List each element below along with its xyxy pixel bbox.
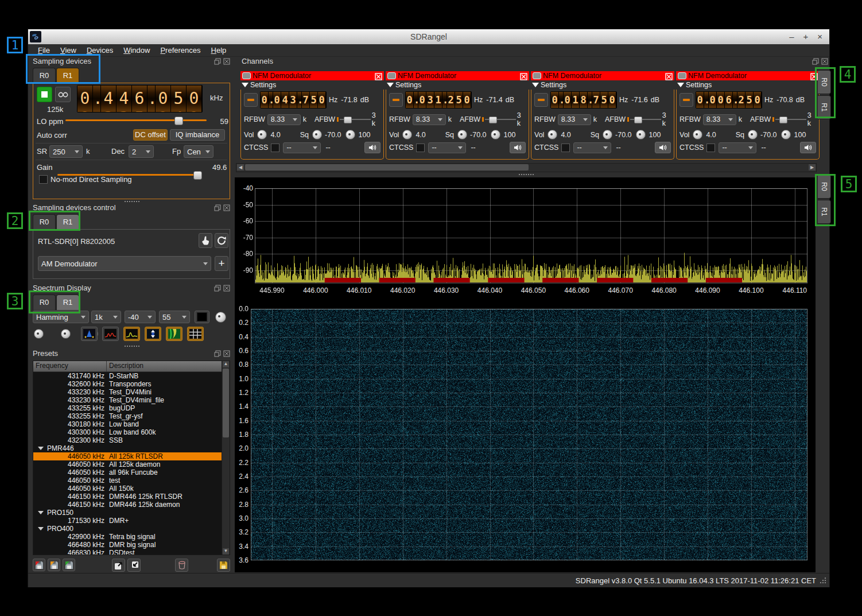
device-select-hand-icon[interactable] <box>199 233 212 248</box>
close-icon[interactable] <box>223 350 230 357</box>
channel-frequency-dial[interactable]: 109.109109765.321654109 <box>696 91 762 109</box>
preset-row[interactable]: 466830 kHzDSDtest <box>33 549 230 555</box>
squelch-knob[interactable] <box>457 130 467 140</box>
spectrum-line-icon[interactable] <box>123 327 140 341</box>
preset-row[interactable]: 446050 kHzAll 125k RTLSDR <box>33 452 230 460</box>
volume-knob[interactable] <box>548 130 557 140</box>
audio-mute-button[interactable] <box>800 142 816 153</box>
undock-icon[interactable] <box>214 350 221 357</box>
afbw-slider[interactable] <box>337 115 371 123</box>
preset-row[interactable]: 433230 kHzTest_DV4Mini <box>33 388 230 396</box>
channel-drag-handle[interactable] <box>678 72 686 79</box>
channel-settings-toggle[interactable]: Settings <box>386 80 529 90</box>
ctcss-select[interactable]: -- <box>719 142 756 153</box>
frequency-shift-button[interactable] <box>679 93 693 107</box>
start-stop-button[interactable] <box>37 87 52 102</box>
preset-group-row[interactable]: PRO150 <box>33 509 230 517</box>
preset-row[interactable]: 430300 kHzLow band 600k <box>33 428 230 436</box>
sample-rate-select[interactable]: 250 <box>49 145 83 158</box>
menu-item-help[interactable]: Help <box>206 45 232 56</box>
scroll-up-arrow[interactable]: ▲ <box>223 361 229 367</box>
preset-row[interactable]: 433255 kHzTest_gr-ysf <box>33 412 230 420</box>
menu-item-window[interactable]: Window <box>118 45 155 56</box>
center-frequency-dial[interactable]: 109.543543765.109654109 <box>77 85 203 113</box>
scroll-down-arrow[interactable]: ▼ <box>223 548 229 555</box>
preset-row[interactable]: 433255 kHzbugUDP <box>33 404 230 412</box>
preset-group-row[interactable]: PRO400 <box>33 525 230 533</box>
afbw-slider[interactable] <box>772 115 806 123</box>
preset-row[interactable]: 171530 kHzDMR+ <box>33 517 230 525</box>
averaging-knob[interactable] <box>215 312 226 323</box>
trash-icon[interactable] <box>175 559 188 572</box>
folder-icon[interactable] <box>217 559 230 572</box>
channel-settings-toggle[interactable]: Settings <box>240 80 384 90</box>
undock-icon[interactable] <box>812 58 819 65</box>
preset-row[interactable]: 432300 kHzSSB <box>33 436 230 444</box>
resize-grip[interactable] <box>820 577 827 584</box>
scroll-right-arrow[interactable]: ▶ <box>809 164 816 171</box>
ctcss-select[interactable]: -- <box>428 142 466 153</box>
preset-row[interactable]: 446050 kHzall 96k Funcube <box>33 468 230 476</box>
squelch-knob[interactable] <box>748 130 758 140</box>
channel-title-bar[interactable]: NFM Demodulator <box>676 71 820 80</box>
ctcss-checkbox[interactable] <box>706 144 715 152</box>
preset-row[interactable]: 430180 kHzLow band <box>33 420 230 428</box>
maximize-button[interactable]: + <box>803 29 808 44</box>
refresh-icon[interactable] <box>215 233 228 248</box>
diskette-green-icon[interactable] <box>63 559 75 571</box>
channel-type-select[interactable]: AM Demodulator <box>38 256 211 271</box>
decay-button[interactable] <box>195 311 209 323</box>
frequency-shift-button[interactable] <box>244 93 258 107</box>
close-icon[interactable] <box>223 58 230 65</box>
close-icon[interactable] <box>520 72 527 80</box>
column-header-description[interactable]: Description <box>107 361 222 371</box>
volume-knob[interactable] <box>693 130 702 140</box>
iq-imbalance-button[interactable]: IQ imbalance <box>170 129 225 141</box>
splitter-handle[interactable] <box>125 346 139 347</box>
channel-settings-toggle[interactable]: Settings <box>531 80 674 90</box>
collapse-triangle-icon[interactable] <box>38 527 44 530</box>
menu-item-preferences[interactable]: Preferences <box>155 45 205 56</box>
no-mod-checkbox[interactable] <box>39 175 48 184</box>
window-title-bar[interactable]: SDRangel – + × <box>28 29 829 45</box>
presets-scrollbar[interactable]: ▲ ▼ <box>222 361 230 555</box>
afbw-slider[interactable] <box>482 115 516 123</box>
squelch-gate-knob[interactable] <box>345 130 355 140</box>
undock-icon[interactable] <box>214 58 221 65</box>
close-icon[interactable] <box>223 285 230 292</box>
import-icon[interactable] <box>127 559 141 572</box>
squelch-gate-knob[interactable] <box>781 130 791 140</box>
waterfall-plot[interactable]: 0.00.20.40.60.81.01.21.41.61.82.02.22.42… <box>235 304 816 572</box>
squelch-knob[interactable] <box>312 130 322 140</box>
ctcss-checkbox[interactable] <box>271 144 279 152</box>
squelch-gate-knob[interactable] <box>491 130 500 140</box>
rfbw-select[interactable]: 8.33 <box>267 114 301 125</box>
grid-icon[interactable] <box>187 327 204 341</box>
channel-title-bar[interactable]: NFM Demodulator <box>531 71 674 80</box>
close-button[interactable]: × <box>817 29 822 44</box>
channel-drag-handle[interactable] <box>242 72 251 79</box>
channel-title-bar[interactable]: NFM Demodulator <box>240 71 384 80</box>
invert-waterfall-icon[interactable] <box>145 327 161 341</box>
ctcss-select[interactable]: -- <box>283 142 321 153</box>
preset-row[interactable]: 446050 kHzAll 125k daemon <box>33 460 230 468</box>
record-button[interactable] <box>55 87 71 102</box>
preset-row[interactable]: 446050 kHztest <box>33 476 230 485</box>
presets-table[interactable]: Frequency Description 431740 kHzD-StarNB… <box>33 361 230 555</box>
channels-header[interactable]: Channels <box>242 57 829 65</box>
export-icon[interactable] <box>112 559 125 572</box>
minimize-button[interactable]: – <box>789 29 794 44</box>
channel-frequency-dial[interactable]: 109.109543432.876654109 <box>260 91 327 109</box>
decimation-select[interactable]: 2 <box>129 145 154 158</box>
audio-mute-button[interactable] <box>655 142 671 153</box>
lo-ppm-slider[interactable] <box>65 116 207 125</box>
frequency-shift-button[interactable] <box>534 93 548 107</box>
fft-size-select[interactable]: 1k <box>91 311 121 323</box>
collapse-triangle-icon[interactable] <box>38 447 44 450</box>
channel-frequency-dial[interactable]: 109.109432210.321654109 <box>405 91 472 109</box>
fc-position-select[interactable]: Cen <box>184 145 213 158</box>
audio-mute-button[interactable] <box>364 142 380 153</box>
rfbw-select[interactable]: 8.33 <box>413 114 446 125</box>
channels-scrollbar[interactable]: ◀ ▶ <box>236 163 817 172</box>
volume-knob[interactable] <box>402 130 412 140</box>
